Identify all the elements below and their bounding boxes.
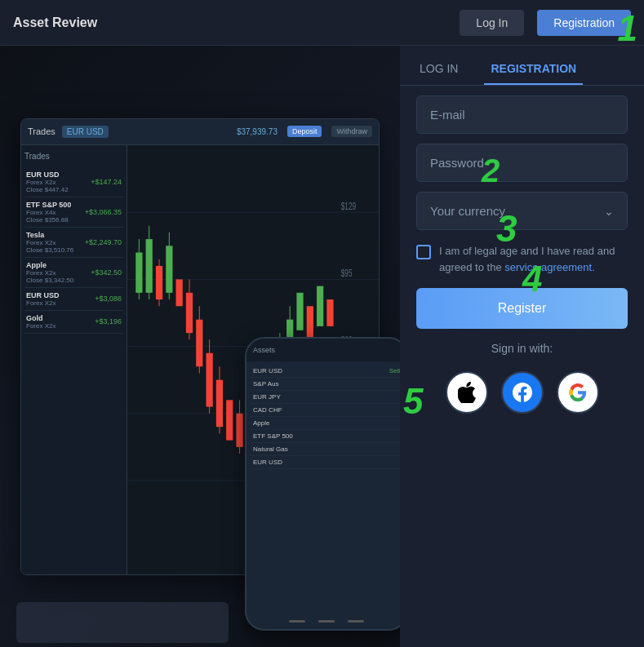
nav-login-button[interactable]: Log In xyxy=(460,10,524,36)
trade-item: ETF S&P 500 Forex X4x Close $356.88 +$3,… xyxy=(24,197,123,228)
phone-assets-label: Assets xyxy=(253,346,275,354)
apple-signin-button[interactable] xyxy=(446,371,488,414)
checkbox-row: I am of legal age and I have read and ag… xyxy=(416,240,628,278)
phone-nav-bar xyxy=(348,620,364,623)
service-agreement-link[interactable]: service agreement. xyxy=(504,261,595,273)
brand-name: Asset Review xyxy=(13,16,446,30)
phone-row: EUR USD xyxy=(250,456,400,469)
trade-item: EUR USD Forex X2x Close $447.42 +$147.24 xyxy=(24,167,123,197)
withdraw-btn[interactable]: Withdraw xyxy=(331,126,372,137)
chevron-down-icon: ⌄ xyxy=(604,205,614,218)
svg-text:$129: $129 xyxy=(341,199,356,210)
main-area: Trades EUR USD $37,939.73 Deposit Withdr… xyxy=(0,46,644,647)
keyboard-mockup xyxy=(16,602,229,643)
svg-rect-41 xyxy=(317,286,323,326)
password-input[interactable] xyxy=(430,156,614,170)
tab-registration[interactable]: REGISTRATION xyxy=(484,52,583,85)
social-icons-row: 6 7 8 xyxy=(416,371,628,414)
trade-item: Tesla Forex X2x Close $3,510.76 +$2,249.… xyxy=(24,228,123,258)
trades-sidebar-title: Trades xyxy=(24,148,123,164)
phone-row: CAD CHF xyxy=(250,404,400,417)
form-area: 2 3 4 Your currency ⌄ I am of xyxy=(400,86,644,647)
trade-item: Apple Forex X2x Close $3,342.50 +$342.50 xyxy=(24,258,123,288)
balance-label: $37,939.73 xyxy=(115,127,278,136)
phone-row: ETF S&P 500 xyxy=(250,430,400,443)
trade-item: Gold Forex X2x +$3,196 xyxy=(24,311,123,334)
trading-header: Trades EUR USD $37,939.73 Deposit Withdr… xyxy=(21,119,379,145)
svg-rect-40 xyxy=(307,306,313,339)
register-button[interactable]: Register xyxy=(416,288,628,329)
phone-row: S&P Aus xyxy=(250,378,400,391)
nav-register-button[interactable]: Registration xyxy=(537,10,631,36)
phone-row: EUR JPY xyxy=(250,391,400,404)
svg-text:$95: $95 xyxy=(341,267,353,278)
phone-row: Natural Gas xyxy=(250,443,400,456)
google-signin-button[interactable] xyxy=(557,371,599,414)
svg-rect-42 xyxy=(326,299,333,326)
trades-sidebar: Trades EUR USD Forex X2x Close $447.42 +… xyxy=(21,145,127,574)
phone-nav-bar xyxy=(318,620,335,623)
phone-body: EUR USD Sell S&P Aus EUR JPY CAD CHF xyxy=(246,361,400,472)
left-panel: Trades EUR USD $37,939.73 Deposit Withdr… xyxy=(0,46,400,647)
currency-dropdown[interactable]: Your currency ⌄ xyxy=(416,192,628,230)
right-panel: LOG IN REGISTRATION 1 2 3 4 You xyxy=(400,46,644,647)
trade-item: EUR USD Forex X2x +$3,086 xyxy=(24,288,123,311)
phone-header: Assets xyxy=(246,339,400,361)
top-nav: Asset Review Log In Registration xyxy=(0,0,644,46)
signin-with-label: Sign in with: xyxy=(416,342,628,355)
phone-nav-bar xyxy=(289,620,305,623)
currency-label: Your currency xyxy=(430,204,505,218)
password-field[interactable] xyxy=(416,144,628,182)
phone-mockup: Assets EUR USD Sell S&P Aus EUR JPY xyxy=(245,337,400,631)
email-field[interactable] xyxy=(416,95,628,134)
email-input[interactable] xyxy=(430,108,614,122)
facebook-signin-button[interactable] xyxy=(501,371,544,414)
checkbox-label: I am of legal age and I have read and ag… xyxy=(439,243,628,275)
legal-age-checkbox[interactable] xyxy=(416,245,431,259)
svg-rect-39 xyxy=(296,292,303,330)
svg-rect-17 xyxy=(176,279,183,306)
svg-rect-26 xyxy=(226,400,233,440)
trading-screenshot: Trades EUR USD $37,939.73 Deposit Withdr… xyxy=(0,46,400,647)
eur-usd-badge: EUR USD xyxy=(62,126,109,138)
deposit-btn[interactable]: Deposit xyxy=(287,126,322,137)
phone-row: Apple xyxy=(250,417,400,430)
tab-login[interactable]: LOG IN xyxy=(413,52,464,85)
right-tabs: LOG IN REGISTRATION 1 xyxy=(400,46,644,85)
trades-title-label: Trades xyxy=(28,126,56,136)
annotation-1: 1 xyxy=(618,46,637,49)
phone-row: EUR USD Sell xyxy=(250,365,400,378)
